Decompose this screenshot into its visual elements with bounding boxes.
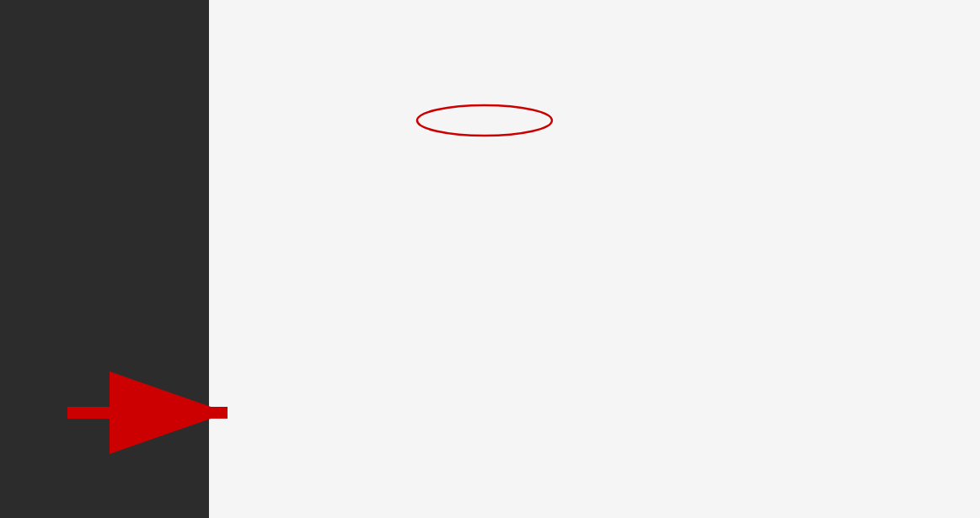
svg-point-2: [417, 105, 552, 136]
sidebar: [0, 0, 209, 518]
